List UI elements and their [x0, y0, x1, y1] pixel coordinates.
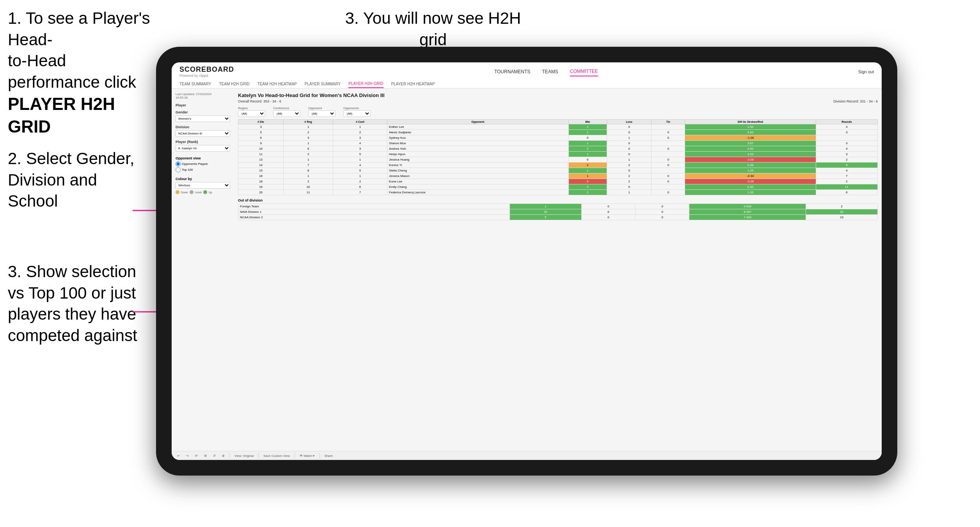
filter-opponents-label-group: Opponents: (All) — [343, 106, 371, 117]
watch-btn[interactable]: 👁 Watch ▾ — [298, 453, 316, 458]
cell-loss: 0 — [607, 124, 651, 130]
cell-conf: 3 — [333, 146, 387, 152]
cell-div: 11 — [238, 152, 284, 157]
cell-opponent: Andrea York — [387, 146, 569, 152]
cell-tie: 0 — [652, 173, 685, 179]
cell-diff: -5.00 — [685, 179, 816, 184]
toolbar-divider-3 — [295, 453, 295, 458]
nav-tournaments[interactable]: TOURNAMENTS — [494, 67, 530, 76]
instruction-3-left: 3. Show selectionvs Top 100 or justplaye… — [8, 261, 137, 346]
legend-down-label: Down — [181, 191, 188, 194]
cell-conf: 5 — [333, 168, 387, 173]
sub-nav-player-h2h-heatmap[interactable]: PLAYER H2H HEATMAP — [391, 80, 435, 88]
cell-out-win: 1 — [510, 204, 581, 209]
cell-loss: 0 — [607, 130, 651, 135]
division-select[interactable]: NCAA Division III — [176, 130, 230, 137]
cell-tie — [652, 152, 685, 157]
cell-opponent: Alexis Sudjianto — [387, 130, 569, 135]
sign-out[interactable]: Sign out — [858, 69, 874, 74]
cell-out-opponent: Foreign Team — [238, 204, 510, 209]
col-win: Win — [568, 120, 607, 124]
cell-out-diff: 7.400 — [689, 215, 806, 220]
cell-out-tie: 0 — [636, 204, 689, 209]
out-table-row: NCAA Division 2 5 0 0 7.400 10 — [238, 215, 878, 220]
col-reg: # Reg — [284, 120, 333, 124]
cell-div: 13 — [238, 157, 284, 163]
cell-loss: 2 — [607, 163, 651, 168]
cell-rounds: 4 — [816, 146, 877, 152]
division-section: Division NCAA Division III — [176, 125, 230, 137]
player-rank-select[interactable]: 8. Katelyn Vo — [176, 145, 230, 152]
opponents-select[interactable]: (All) — [343, 110, 371, 117]
left-panel: Last Updated: 27/03/202416:55:38 Player … — [172, 88, 234, 451]
cell-win: 2 — [568, 190, 607, 195]
share-btn[interactable]: Share — [323, 453, 334, 458]
sub-nav-player-summary[interactable]: PLAYER SUMMARY — [305, 80, 341, 88]
cell-conf: 4 — [333, 163, 387, 168]
cell-rounds: 7 — [816, 173, 877, 179]
cell-tie: 0 — [652, 190, 685, 195]
cell-diff: 0.30 — [685, 184, 816, 190]
cell-diff: 4.00 — [685, 130, 816, 135]
radio-top100[interactable]: Top 100 — [176, 167, 230, 172]
player-rank-section: Player (Rank) 8. Katelyn Vo — [176, 140, 230, 152]
cell-div: 18 — [238, 179, 284, 184]
filter-conference: Conference (All) — [273, 106, 300, 117]
table-row: 18 2 2 Euna Lee 0 2 0 -5.00 2 — [238, 179, 878, 184]
cell-loss: 1 — [607, 190, 651, 195]
cell-tie — [652, 124, 685, 130]
sub-nav-team-h2h-heatmap[interactable]: TEAM H2H HEATMAP — [257, 80, 297, 88]
undo-btn[interactable]: ↩ — [176, 453, 181, 458]
cell-tie: 0 — [652, 179, 685, 184]
cell-out-win: 15 — [510, 209, 581, 215]
out-table-row: Foreign Team 1 0 0 4.500 2 — [238, 204, 878, 209]
sub-nav-team-h2h-grid[interactable]: TEAM H2H GRID — [219, 80, 250, 88]
cell-div: 20 — [238, 190, 284, 195]
cell-div: 9 — [238, 141, 284, 146]
logo-sub: Powered by clippd — [179, 74, 234, 78]
instruction-1-bold: PLAYER H2H GRID — [8, 94, 115, 136]
cell-rounds: 3 — [816, 152, 877, 157]
nav-teams[interactable]: TEAMS — [542, 67, 558, 76]
cell-out-rounds: 30 — [806, 209, 877, 215]
opponent-view-title: Opponent view — [176, 156, 230, 160]
sub-nav: TEAM SUMMARY TEAM H2H GRID TEAM H2H HEAT… — [179, 80, 874, 88]
cell-diff: 3.67 — [685, 141, 816, 146]
cell-out-rounds: 10 — [806, 215, 877, 220]
radio-opponents-played[interactable]: Opponents Played — [176, 161, 230, 166]
gender-select[interactable]: Women's — [176, 115, 230, 122]
cell-rounds: 4 — [816, 168, 877, 173]
cell-div: 15 — [238, 168, 284, 173]
cell-tie — [652, 184, 685, 190]
sub-nav-player-h2h-grid[interactable]: PLAYER H2H GRID — [348, 80, 383, 88]
redo-btn[interactable]: ↪ — [185, 453, 190, 458]
save-custom-btn[interactable]: Save Custom View — [262, 453, 291, 458]
grid-title: Katelyn Vo Head-to-Head Grid for Women's… — [238, 92, 878, 98]
cell-out-loss: 0 — [581, 204, 635, 209]
col-loss: Loss — [607, 120, 651, 124]
cell-reg: 2 — [284, 179, 333, 184]
cell-opponent: Sharon Mun — [387, 141, 569, 146]
sub-nav-team-summary[interactable]: TEAM SUMMARY — [179, 80, 211, 88]
cell-out-tie: 0 — [636, 209, 689, 215]
nav-bar: SCOREBOARD Powered by clippd TOURNAMENTS… — [172, 62, 882, 88]
cell-diff: 3.33 — [685, 152, 816, 157]
division-record: Division Record: 331 - 34 - 6 — [833, 99, 878, 103]
cell-out-tie: 0 — [636, 215, 689, 220]
cell-rounds: 3 — [816, 141, 877, 146]
opponent-select[interactable]: (All) — [308, 110, 336, 117]
cell-opponent: Jessica Huang — [387, 157, 569, 163]
gender-section: Gender Women's — [176, 110, 230, 122]
table-row: 6 3 3 Sydney Kuo 0 1 0 -1.00 — [238, 135, 878, 141]
cell-win: 1 — [568, 168, 607, 173]
nav-committee[interactable]: COMMITTEE — [570, 67, 598, 76]
region-select[interactable]: (All) — [238, 110, 265, 117]
toolbar-divider-2 — [258, 453, 259, 458]
conference-select[interactable]: (All) — [273, 110, 300, 117]
toolbar-divider-1 — [229, 453, 230, 458]
cell-win: 1 — [568, 173, 607, 179]
view-original-btn[interactable]: View: Original — [233, 453, 255, 458]
cell-loss: 1 — [607, 157, 651, 163]
col-div: # Div — [238, 120, 284, 124]
colour-by-select[interactable]: Win/loss — [176, 182, 230, 189]
